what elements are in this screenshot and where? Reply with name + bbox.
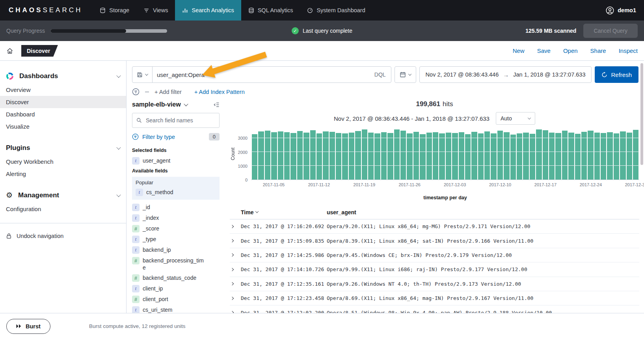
histogram-bar[interactable]: [523, 133, 529, 180]
histogram-bar[interactable]: [362, 129, 367, 180]
histogram-bar[interactable]: [465, 134, 471, 180]
column-header-time[interactable]: Time: [241, 209, 327, 215]
date-range-start[interactable]: Nov 2, 2017 @ 08:36:43.446: [426, 71, 499, 78]
row-expand-button[interactable]: [230, 225, 241, 228]
field-item[interactable]: tuser_agent: [132, 155, 220, 166]
field-item[interactable]: tcs_uri_stem: [132, 305, 220, 313]
histogram-bar[interactable]: [452, 133, 458, 180]
query-input[interactable]: [153, 71, 369, 78]
histogram-bar[interactable]: [594, 133, 600, 180]
nav-views[interactable]: Views: [136, 0, 175, 21]
sidebar-item-query-workbench[interactable]: Query Workbench: [0, 155, 126, 168]
histogram-bar[interactable]: [555, 133, 561, 180]
histogram-bar[interactable]: [284, 132, 290, 180]
field-item[interactable]: #backend_processing_time: [132, 255, 220, 273]
histogram-bar[interactable]: [316, 133, 322, 180]
cancel-query-button[interactable]: Cancel Query: [583, 24, 638, 38]
histogram-bar[interactable]: [471, 132, 477, 180]
field-item[interactable]: #client_port: [132, 294, 220, 305]
sidebar-item-configuration[interactable]: Configuration: [0, 203, 126, 215]
field-item[interactable]: t_type: [132, 234, 220, 245]
collapse-fields-button[interactable]: [213, 101, 220, 108]
histogram-bar[interactable]: [601, 133, 606, 180]
histogram-bar[interactable]: [329, 132, 335, 180]
user-menu[interactable]: demo1: [598, 0, 644, 21]
inspect-button[interactable]: Inspect: [619, 47, 638, 54]
histogram-bar[interactable]: [374, 133, 380, 180]
histogram-bar[interactable]: [381, 132, 387, 180]
histogram-bar[interactable]: [252, 134, 257, 180]
date-picker-menu-button[interactable]: [395, 66, 416, 83]
histogram-bar[interactable]: [297, 131, 303, 180]
row-expand-button[interactable]: [230, 268, 241, 271]
histogram-bar[interactable]: [633, 130, 638, 180]
new-button[interactable]: New: [513, 47, 525, 54]
histogram-bar[interactable]: [614, 133, 619, 180]
nav-sql-analytics[interactable]: SQL Analytics: [241, 0, 300, 21]
histogram-bar[interactable]: [303, 133, 309, 180]
histogram-bar[interactable]: [336, 133, 341, 180]
add-filter-button[interactable]: + Add filter: [154, 89, 182, 95]
histogram-bar[interactable]: [510, 135, 516, 180]
histogram-bar[interactable]: [581, 132, 587, 180]
histogram-bar[interactable]: [290, 133, 296, 180]
burst-button[interactable]: Burst: [6, 319, 50, 334]
refresh-button[interactable]: Refresh: [595, 66, 638, 83]
field-item[interactable]: tbackend_ip: [132, 245, 220, 255]
scrollbar[interactable]: [640, 63, 643, 165]
histogram-bar[interactable]: [387, 133, 393, 180]
histogram-bar[interactable]: [530, 134, 535, 180]
histogram-bar[interactable]: [439, 133, 445, 180]
histogram-bar[interactable]: [349, 133, 354, 180]
sidebar-item-alerting[interactable]: Alerting: [0, 168, 126, 180]
home-button[interactable]: [6, 47, 13, 54]
histogram-bar[interactable]: [368, 133, 374, 180]
field-item[interactable]: #_score: [132, 223, 220, 234]
field-item[interactable]: tclient_ip: [132, 283, 220, 294]
row-expand-button[interactable]: [230, 283, 241, 285]
histogram-bar[interactable]: [491, 133, 496, 180]
histogram-bar[interactable]: [420, 134, 425, 180]
save-button[interactable]: Save: [537, 47, 551, 54]
filter-by-type-button[interactable]: Filter by type 0: [132, 133, 220, 140]
sidebar-header-plugins[interactable]: Plugins: [0, 140, 126, 155]
histogram-bar[interactable]: [433, 132, 438, 180]
histogram-bar[interactable]: [271, 132, 277, 180]
histogram-bar[interactable]: [278, 131, 283, 180]
index-pattern-select[interactable]: sample-elb-view: [132, 101, 181, 108]
interval-select[interactable]: Auto: [496, 112, 535, 125]
sidebar-item-discover[interactable]: Discover: [0, 96, 126, 108]
histogram-bar[interactable]: [407, 133, 412, 180]
column-header-user-agent[interactable]: user_agent: [327, 209, 356, 215]
histogram-bar[interactable]: [568, 133, 574, 180]
add-index-pattern-button[interactable]: + Add Index Pattern: [194, 89, 245, 95]
field-item[interactable]: t_id: [132, 202, 220, 213]
histogram-bar[interactable]: [517, 133, 522, 180]
histogram-bar[interactable]: [459, 132, 464, 180]
sidebar-item-overview[interactable]: Overview: [0, 84, 126, 96]
histogram-bar[interactable]: [258, 131, 264, 180]
share-button[interactable]: Share: [590, 47, 606, 54]
nav-search-analytics[interactable]: Search Analytics: [175, 0, 241, 21]
histogram-bar[interactable]: [355, 131, 361, 180]
sidebar-header-dashboards[interactable]: Dashboards: [0, 69, 126, 84]
histogram-bar[interactable]: [536, 129, 542, 180]
nav-system-dashboard[interactable]: System Dashboard: [300, 0, 372, 21]
nav-storage[interactable]: Storage: [93, 0, 136, 21]
histogram-bar[interactable]: [342, 133, 348, 180]
histogram-bar[interactable]: [549, 133, 555, 180]
sidebar-item-dashboard[interactable]: Dashboard: [0, 108, 126, 120]
sidebar-item-visualize[interactable]: Visualize: [0, 120, 126, 133]
open-button[interactable]: Open: [563, 47, 578, 54]
brand-logo[interactable]: CHAOSSEARCH: [0, 0, 93, 21]
filter-icon[interactable]: [132, 88, 140, 96]
field-item[interactable]: #backend_status_code: [132, 273, 220, 283]
histogram-bar[interactable]: [607, 132, 612, 180]
row-expand-button[interactable]: [230, 240, 241, 242]
field-search-input[interactable]: [145, 117, 215, 124]
saved-query-menu-button[interactable]: [132, 67, 153, 82]
histogram-bar[interactable]: [323, 131, 328, 180]
undock-navigation-button[interactable]: Undock navigation: [0, 230, 126, 242]
histogram-bar[interactable]: [426, 133, 432, 180]
histogram-bar[interactable]: [413, 132, 419, 180]
